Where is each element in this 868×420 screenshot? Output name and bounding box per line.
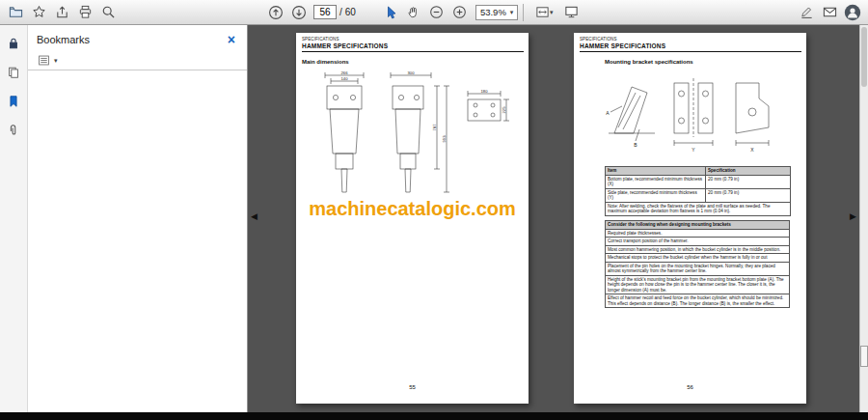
figure-label-b: B	[634, 142, 637, 148]
section-title: Main dimensions	[302, 59, 349, 65]
table-row: Effect of hammer recoil and feed force o…	[606, 294, 790, 308]
page-header: SPECIFICATIONS HAMMER SPECIFICATIONS	[302, 37, 524, 52]
chevron-down-icon: ▾	[550, 9, 554, 15]
navigation-pane-strip	[0, 25, 28, 412]
table-row: Mechanical stops to protect the bucket c…	[606, 254, 790, 263]
select-tool-button[interactable]	[379, 2, 402, 23]
table-row: Height of the stick's mounting bracket p…	[606, 275, 790, 294]
section-title: Mounting bracket specifications	[605, 59, 693, 65]
header-title: HAMMER SPECIFICATIONS	[580, 42, 801, 49]
share-button[interactable]	[50, 2, 73, 23]
presentation-mode-button[interactable]	[559, 2, 583, 23]
figure-label-y: Y	[692, 147, 695, 153]
star-button[interactable]	[27, 2, 50, 23]
document-page-55: SPECIFICATIONS HAMMER SPECIFICATIONS Mai…	[296, 33, 529, 404]
star-icon	[32, 5, 46, 19]
toolbar-separator	[523, 4, 524, 21]
table-header-cell: Consider the following when designing mo…	[606, 221, 790, 230]
table-cell: Most common hammering position, in which…	[606, 245, 790, 254]
page-number: 55	[296, 384, 529, 390]
vertical-scrollbar[interactable]	[859, 25, 868, 412]
open-file-button[interactable]	[4, 2, 27, 23]
page-up-icon	[268, 5, 284, 20]
dim-label: 266	[341, 70, 349, 75]
email-button[interactable]	[818, 2, 841, 23]
search-icon	[101, 5, 116, 19]
bookmark-list-icon	[38, 54, 50, 67]
previous-page-button[interactable]	[264, 2, 287, 23]
search-button[interactable]	[96, 2, 120, 23]
sign-document-button[interactable]	[795, 2, 818, 23]
previous-page-chevron[interactable]: ◀	[251, 212, 258, 221]
bracket-spec-table: Item Specification Bottom plate, recomme…	[605, 166, 791, 216]
dim-label: 787	[432, 124, 437, 131]
next-page-chevron[interactable]: ▶	[850, 212, 856, 221]
dim-label: 140	[341, 76, 349, 81]
chevron-down-icon: ▾	[54, 57, 58, 64]
table-row: Side plate, recommended minimum thicknes…	[606, 188, 791, 202]
document-page-56: SPECIFICATIONS HAMMER SPECIFICATIONS Mou…	[574, 33, 806, 404]
table-row: Note: After welding, check the flatness …	[606, 202, 791, 215]
dim-label: 300	[408, 70, 416, 75]
dim-label: 993	[442, 135, 447, 143]
header-title: HAMMER SPECIFICATIONS	[302, 42, 524, 49]
bookmarks-panel: Bookmarks × ▾	[28, 25, 248, 412]
table-row: Most common hammering position, in which…	[606, 245, 790, 254]
fit-width-dropdown[interactable]: ▾	[529, 2, 559, 23]
table-cell: Height of the stick's mounting bracket p…	[606, 275, 790, 294]
paperclip-icon	[7, 124, 20, 137]
zoom-out-icon	[429, 5, 444, 19]
close-panel-button[interactable]: ×	[228, 33, 235, 46]
pdf-viewer-window: / 60 53.9% ▾ ▾	[0, 0, 868, 420]
dim-label: 225	[502, 106, 506, 114]
account-button[interactable]	[841, 2, 864, 23]
figure-label-a: A	[606, 110, 610, 116]
scrollbar-thumb[interactable]	[861, 27, 867, 87]
table-cell: Placement of the pin holes on the mounti…	[606, 262, 790, 275]
table-header-cell: Specification	[706, 167, 791, 176]
table-note-cell: Note: After welding, check the flatness …	[606, 202, 791, 215]
page-count-label: / 60	[339, 7, 356, 17]
zoom-level-dropdown[interactable]: 53.9% ▾	[475, 5, 518, 20]
design-considerations-table: Consider the following when designing mo…	[605, 220, 790, 308]
fit-width-icon	[535, 5, 550, 19]
chevron-down-icon: ▾	[510, 9, 514, 15]
figure-label-x: X	[750, 147, 754, 153]
page-number: 56	[574, 384, 806, 390]
next-page-button[interactable]	[287, 2, 311, 23]
zoom-level-value: 53.9%	[480, 7, 506, 17]
bookmarks-panel-toolbar: ▾	[28, 50, 247, 70]
page-down-icon	[291, 5, 307, 20]
table-cell: Required plate thicknesses.	[606, 229, 790, 238]
print-button[interactable]	[73, 2, 96, 23]
hammer-dimensions-drawing: 266 140 300 787 993 180 225	[302, 69, 522, 198]
mounting-bracket-drawing: A B Y X	[603, 73, 791, 165]
toolbar: / 60 53.9% ▾ ▾	[0, 0, 868, 25]
table-row: Required plate thicknesses.	[606, 229, 790, 238]
table-cell: 20 mm (0.79 in)	[706, 175, 791, 188]
bookmark-options-button[interactable]	[35, 51, 52, 69]
table-cell: Correct transport position of the hammer…	[606, 238, 790, 246]
page-number-input[interactable]	[313, 5, 337, 19]
hand-tool-button[interactable]	[402, 2, 425, 23]
table-cell: Effect of hammer recoil and feed force o…	[606, 294, 790, 308]
table-cell: 20 mm (0.79 in)	[706, 188, 791, 202]
attachments-panel-button[interactable]	[4, 120, 24, 140]
header-eyebrow: SPECIFICATIONS	[302, 37, 524, 42]
table-header-cell: Item	[606, 167, 706, 176]
table-header-row: Consider the following when designing mo…	[606, 221, 790, 230]
bookmarks-panel-button[interactable]	[4, 91, 24, 111]
table-cell: Side plate, recommended minimum thicknes…	[606, 188, 706, 202]
table-header-row: Item Specification	[606, 167, 791, 176]
zoom-out-button[interactable]	[425, 2, 448, 23]
main-area: Bookmarks × ▾ ◀ ▶ SPECIFICATIONS HAMMER …	[0, 25, 868, 412]
zoom-in-icon	[452, 5, 467, 19]
presentation-icon	[564, 5, 579, 19]
zoom-in-button[interactable]	[448, 2, 472, 23]
security-panel-button[interactable]	[4, 33, 24, 53]
bookmark-icon	[7, 95, 20, 108]
pages-panel-button[interactable]	[4, 62, 24, 82]
bookmarks-panel-title: Bookmarks	[37, 34, 90, 45]
scrollbar-marker[interactable]	[860, 346, 868, 367]
page-divider: /	[339, 7, 342, 17]
